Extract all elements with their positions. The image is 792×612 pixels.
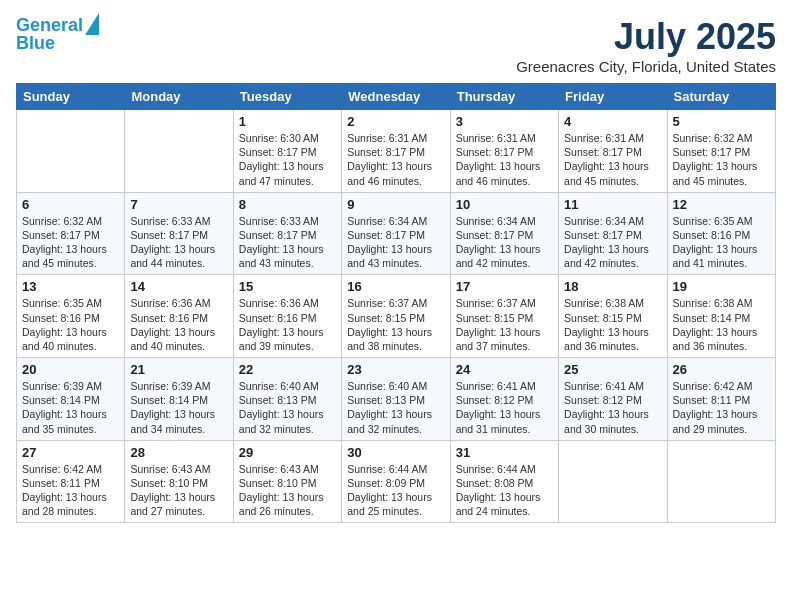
- cell-content: Sunrise: 6:41 AMSunset: 8:12 PMDaylight:…: [564, 379, 661, 436]
- day-number: 14: [130, 279, 227, 294]
- day-number: 27: [22, 445, 119, 460]
- calendar-cell: 8Sunrise: 6:33 AMSunset: 8:17 PMDaylight…: [233, 192, 341, 275]
- day-number: 28: [130, 445, 227, 460]
- cell-content: Sunrise: 6:32 AMSunset: 8:17 PMDaylight:…: [22, 214, 119, 271]
- cell-content: Sunrise: 6:30 AMSunset: 8:17 PMDaylight:…: [239, 131, 336, 188]
- cell-content: Sunrise: 6:42 AMSunset: 8:11 PMDaylight:…: [22, 462, 119, 519]
- calendar-cell: 21Sunrise: 6:39 AMSunset: 8:14 PMDayligh…: [125, 358, 233, 441]
- day-number: 5: [673, 114, 770, 129]
- cell-content: Sunrise: 6:34 AMSunset: 8:17 PMDaylight:…: [564, 214, 661, 271]
- cell-content: Sunrise: 6:31 AMSunset: 8:17 PMDaylight:…: [564, 131, 661, 188]
- logo-triangle-icon: [85, 13, 99, 35]
- calendar-week-row: 13Sunrise: 6:35 AMSunset: 8:16 PMDayligh…: [17, 275, 776, 358]
- cell-content: Sunrise: 6:39 AMSunset: 8:14 PMDaylight:…: [22, 379, 119, 436]
- day-number: 8: [239, 197, 336, 212]
- day-number: 4: [564, 114, 661, 129]
- cell-content: Sunrise: 6:37 AMSunset: 8:15 PMDaylight:…: [347, 296, 444, 353]
- calendar-cell: 6Sunrise: 6:32 AMSunset: 8:17 PMDaylight…: [17, 192, 125, 275]
- weekday-header: Sunday: [17, 84, 125, 110]
- calendar-cell: 18Sunrise: 6:38 AMSunset: 8:15 PMDayligh…: [559, 275, 667, 358]
- calendar-cell: 23Sunrise: 6:40 AMSunset: 8:13 PMDayligh…: [342, 358, 450, 441]
- calendar-cell: 12Sunrise: 6:35 AMSunset: 8:16 PMDayligh…: [667, 192, 775, 275]
- calendar-week-row: 27Sunrise: 6:42 AMSunset: 8:11 PMDayligh…: [17, 440, 776, 523]
- day-number: 22: [239, 362, 336, 377]
- day-number: 10: [456, 197, 553, 212]
- calendar-cell: 28Sunrise: 6:43 AMSunset: 8:10 PMDayligh…: [125, 440, 233, 523]
- calendar-cell: [125, 110, 233, 193]
- day-number: 16: [347, 279, 444, 294]
- cell-content: Sunrise: 6:40 AMSunset: 8:13 PMDaylight:…: [347, 379, 444, 436]
- calendar-cell: 4Sunrise: 6:31 AMSunset: 8:17 PMDaylight…: [559, 110, 667, 193]
- day-number: 24: [456, 362, 553, 377]
- day-number: 23: [347, 362, 444, 377]
- calendar-cell: 20Sunrise: 6:39 AMSunset: 8:14 PMDayligh…: [17, 358, 125, 441]
- day-number: 26: [673, 362, 770, 377]
- calendar-week-row: 20Sunrise: 6:39 AMSunset: 8:14 PMDayligh…: [17, 358, 776, 441]
- calendar-cell: 7Sunrise: 6:33 AMSunset: 8:17 PMDaylight…: [125, 192, 233, 275]
- cell-content: Sunrise: 6:36 AMSunset: 8:16 PMDaylight:…: [130, 296, 227, 353]
- calendar-cell: 2Sunrise: 6:31 AMSunset: 8:17 PMDaylight…: [342, 110, 450, 193]
- calendar-cell: 16Sunrise: 6:37 AMSunset: 8:15 PMDayligh…: [342, 275, 450, 358]
- day-number: 2: [347, 114, 444, 129]
- cell-content: Sunrise: 6:33 AMSunset: 8:17 PMDaylight:…: [130, 214, 227, 271]
- cell-content: Sunrise: 6:35 AMSunset: 8:16 PMDaylight:…: [22, 296, 119, 353]
- calendar-cell: 14Sunrise: 6:36 AMSunset: 8:16 PMDayligh…: [125, 275, 233, 358]
- calendar-week-row: 6Sunrise: 6:32 AMSunset: 8:17 PMDaylight…: [17, 192, 776, 275]
- cell-content: Sunrise: 6:31 AMSunset: 8:17 PMDaylight:…: [456, 131, 553, 188]
- logo-blue: Blue: [16, 34, 55, 54]
- cell-content: Sunrise: 6:36 AMSunset: 8:16 PMDaylight:…: [239, 296, 336, 353]
- day-number: 13: [22, 279, 119, 294]
- day-number: 17: [456, 279, 553, 294]
- cell-content: Sunrise: 6:38 AMSunset: 8:14 PMDaylight:…: [673, 296, 770, 353]
- day-number: 9: [347, 197, 444, 212]
- calendar-cell: 15Sunrise: 6:36 AMSunset: 8:16 PMDayligh…: [233, 275, 341, 358]
- calendar-cell: 27Sunrise: 6:42 AMSunset: 8:11 PMDayligh…: [17, 440, 125, 523]
- calendar-cell: [17, 110, 125, 193]
- logo: General Blue: [16, 16, 99, 54]
- title-block: July 2025 Greenacres City, Florida, Unit…: [516, 16, 776, 75]
- weekday-header: Thursday: [450, 84, 558, 110]
- day-number: 31: [456, 445, 553, 460]
- calendar-cell: 31Sunrise: 6:44 AMSunset: 8:08 PMDayligh…: [450, 440, 558, 523]
- calendar-cell: [559, 440, 667, 523]
- calendar-cell: 22Sunrise: 6:40 AMSunset: 8:13 PMDayligh…: [233, 358, 341, 441]
- weekday-header: Tuesday: [233, 84, 341, 110]
- month-title: July 2025: [516, 16, 776, 58]
- cell-content: Sunrise: 6:33 AMSunset: 8:17 PMDaylight:…: [239, 214, 336, 271]
- day-number: 12: [673, 197, 770, 212]
- cell-content: Sunrise: 6:37 AMSunset: 8:15 PMDaylight:…: [456, 296, 553, 353]
- day-number: 18: [564, 279, 661, 294]
- day-number: 6: [22, 197, 119, 212]
- cell-content: Sunrise: 6:44 AMSunset: 8:09 PMDaylight:…: [347, 462, 444, 519]
- cell-content: Sunrise: 6:39 AMSunset: 8:14 PMDaylight:…: [130, 379, 227, 436]
- calendar-cell: 30Sunrise: 6:44 AMSunset: 8:09 PMDayligh…: [342, 440, 450, 523]
- day-number: 3: [456, 114, 553, 129]
- location: Greenacres City, Florida, United States: [516, 58, 776, 75]
- weekday-header: Saturday: [667, 84, 775, 110]
- weekday-header: Monday: [125, 84, 233, 110]
- day-number: 15: [239, 279, 336, 294]
- day-number: 29: [239, 445, 336, 460]
- calendar-cell: 9Sunrise: 6:34 AMSunset: 8:17 PMDaylight…: [342, 192, 450, 275]
- cell-content: Sunrise: 6:34 AMSunset: 8:17 PMDaylight:…: [347, 214, 444, 271]
- calendar-cell: 11Sunrise: 6:34 AMSunset: 8:17 PMDayligh…: [559, 192, 667, 275]
- page-header: General Blue July 2025 Greenacres City, …: [16, 16, 776, 75]
- day-number: 7: [130, 197, 227, 212]
- calendar-cell: 25Sunrise: 6:41 AMSunset: 8:12 PMDayligh…: [559, 358, 667, 441]
- calendar-cell: [667, 440, 775, 523]
- day-number: 20: [22, 362, 119, 377]
- cell-content: Sunrise: 6:40 AMSunset: 8:13 PMDaylight:…: [239, 379, 336, 436]
- cell-content: Sunrise: 6:43 AMSunset: 8:10 PMDaylight:…: [239, 462, 336, 519]
- day-number: 30: [347, 445, 444, 460]
- weekday-header: Friday: [559, 84, 667, 110]
- calendar-cell: 10Sunrise: 6:34 AMSunset: 8:17 PMDayligh…: [450, 192, 558, 275]
- calendar-cell: 17Sunrise: 6:37 AMSunset: 8:15 PMDayligh…: [450, 275, 558, 358]
- day-number: 25: [564, 362, 661, 377]
- weekday-header: Wednesday: [342, 84, 450, 110]
- calendar-cell: 1Sunrise: 6:30 AMSunset: 8:17 PMDaylight…: [233, 110, 341, 193]
- calendar-cell: 24Sunrise: 6:41 AMSunset: 8:12 PMDayligh…: [450, 358, 558, 441]
- calendar-header-row: SundayMondayTuesdayWednesdayThursdayFrid…: [17, 84, 776, 110]
- cell-content: Sunrise: 6:38 AMSunset: 8:15 PMDaylight:…: [564, 296, 661, 353]
- calendar-cell: 26Sunrise: 6:42 AMSunset: 8:11 PMDayligh…: [667, 358, 775, 441]
- cell-content: Sunrise: 6:31 AMSunset: 8:17 PMDaylight:…: [347, 131, 444, 188]
